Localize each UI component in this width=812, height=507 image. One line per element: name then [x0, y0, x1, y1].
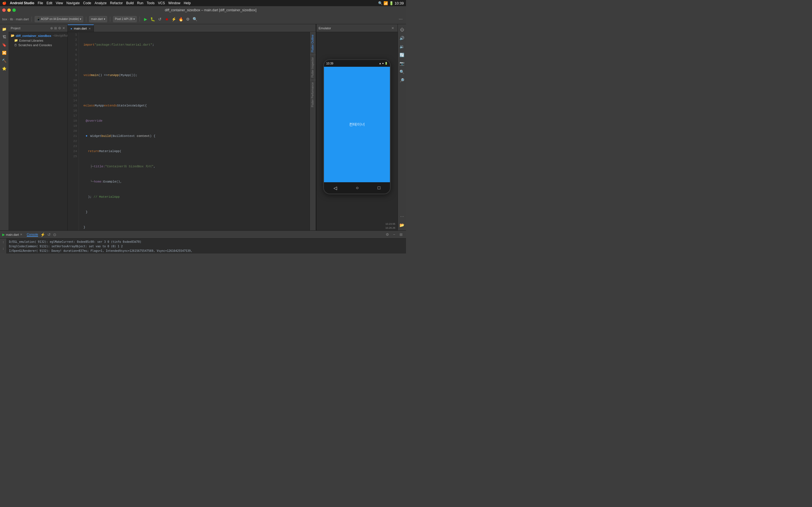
code-line-2 [81, 57, 308, 62]
tab-close-icon[interactable]: ✕ [89, 27, 91, 30]
sidebar-structure-icon[interactable]: 🏗 [1, 33, 8, 41]
device-name: AOSP on IA Emulator (mobile) [41, 17, 79, 20]
emu-zoom-out-btn[interactable]: 🔎 [399, 77, 405, 83]
code-line-13: } [81, 225, 308, 230]
code-line-3: void main() => runApp(MyApp()); [81, 73, 308, 78]
nav-back-btn[interactable]: ◁ [334, 185, 337, 191]
emu-screenshot-btn[interactable]: 📷 [399, 60, 405, 66]
screen-text: 컨테이너 [349, 122, 365, 127]
project-tree: 📂 diff_container_sizedbox ~/dev/git/flut… [8, 32, 67, 230]
tab-main-dart[interactable]: ● main.dart ✕ [68, 24, 94, 32]
close-panel-icon[interactable]: ✕ [62, 26, 65, 30]
system-icons: 🔍 📶 🔋 10:39 [378, 1, 404, 5]
menu-window[interactable]: Window [168, 1, 181, 5]
scroll-up-btn[interactable]: ↑ [1, 240, 6, 245]
sidebar-favorites-icon[interactable]: ⭐ [1, 65, 8, 72]
emulator-title: Emulator [319, 26, 331, 30]
emu-rotate-btn[interactable]: 🔄 [399, 52, 405, 58]
code-editor[interactable]: 12345 678910 1112131415 1617181920 21222… [68, 32, 310, 230]
emu-power-btn[interactable]: ⏻ [399, 26, 405, 33]
code-line-6: @override [81, 118, 308, 123]
device-dropdown-icon: ▾ [80, 17, 81, 20]
code-line-1: import "package:flutter/material.dart"; [81, 42, 308, 47]
console-line-3: I/OpenGLRenderer( 9132): Davey! duration… [9, 249, 404, 253]
settings-button[interactable]: ⚙ [185, 16, 191, 22]
fullscreen-button[interactable] [12, 8, 16, 12]
menu-vcs[interactable]: VCS [158, 1, 165, 5]
menu-analyze[interactable]: Analyze [95, 1, 107, 5]
file-selector[interactable]: main.dart ▾ [89, 16, 107, 22]
breadcrumb-file: main.dart [16, 17, 29, 21]
flutter-inspector-tab[interactable]: Flutter Inspector [310, 55, 316, 80]
menu-view[interactable]: View [56, 1, 63, 5]
to-text: to [102, 245, 106, 248]
sidebar-git-icon[interactable]: 🔀 [1, 49, 8, 56]
sync-icon[interactable]: ⊕ [50, 26, 53, 30]
apple-menu[interactable]: 🍎 [2, 1, 6, 5]
device-phone: 10:39 ▲ ● 🔋 컨테이너 ◁ ○ □ [323, 59, 391, 194]
nav-recents-btn[interactable]: □ [378, 185, 380, 190]
run-close-icon[interactable]: ✕ [20, 233, 22, 236]
sidebar-bookmarks-icon[interactable]: 🔖 [1, 41, 8, 48]
stop-button[interactable]: ■ [164, 16, 170, 22]
settings-btn[interactable]: ⚙ [385, 232, 390, 237]
phone-nav-bar: ◁ ○ □ [324, 182, 390, 193]
emu-zoom-in-btn[interactable]: 🔍 [399, 69, 405, 75]
settings-icon[interactable]: ⚙ [58, 26, 61, 30]
menu-refactor[interactable]: Refactor [110, 1, 123, 5]
menu-build[interactable]: Build [126, 1, 134, 5]
menu-tools[interactable]: Tools [147, 1, 154, 5]
run-tab[interactable]: ▶ main.dart ✕ [2, 233, 22, 237]
window-title: diff_container_sizedbox – main.dart [dif… [17, 8, 404, 12]
menu-code[interactable]: Code [83, 1, 91, 5]
emu-device-file-btn[interactable]: 📂 [399, 222, 405, 228]
nav-home-btn[interactable]: ○ [356, 185, 359, 190]
filter-btn[interactable]: ⊟ [1, 252, 6, 253]
expand-icon[interactable]: ⊞ [54, 26, 57, 30]
run-button[interactable]: ▶ [143, 16, 149, 22]
scroll-down-btn[interactable]: ↓ [1, 246, 6, 251]
debug-button[interactable]: 🐛 [150, 16, 156, 22]
console-tab-lightning[interactable]: ⚡ [40, 232, 45, 237]
phone-screen: 컨테이너 [324, 67, 390, 182]
device-selector[interactable]: 📱 AOSP on IA Emulator (mobile) ▾ [35, 16, 83, 22]
flutter-outline-tab[interactable]: Flutter Outline [310, 32, 316, 55]
menu-navigate[interactable]: Navigate [66, 1, 80, 5]
more-button[interactable]: ⋯ [398, 16, 404, 22]
flutter-performance-tab[interactable]: Flutter Performance [310, 80, 316, 109]
menu-run[interactable]: Run [137, 1, 143, 5]
line-numbers: 12345 678910 1112131415 1617181920 21222… [68, 32, 79, 230]
timestamp-2: 10.26.26 [319, 226, 395, 229]
console-tab-refresh[interactable]: ↺ [47, 232, 51, 237]
menu-edit[interactable]: Edit [47, 1, 52, 5]
emu-vol-down-btn[interactable]: 🔉 [399, 43, 405, 50]
emu-more-btn[interactable]: ⋯ [399, 214, 405, 220]
refresh-button[interactable]: ↺ [157, 16, 163, 22]
menu-help[interactable]: Help [184, 1, 191, 5]
console-area-wrapper: ↑ ↓ ⊟ ✦ ⚠ 🗑 D/EGL_emulation( 9132): eglM… [0, 238, 406, 253]
minimize-panel-btn[interactable]: − [391, 232, 397, 237]
minimize-button[interactable] [7, 8, 11, 12]
hot-button[interactable]: 🔥 [178, 16, 184, 22]
sidebar-build-icon[interactable]: 🔨 [1, 57, 8, 64]
grid-btn[interactable]: ⊞ [398, 232, 404, 237]
search-button[interactable]: 🔍 [192, 16, 198, 22]
code-content[interactable]: import "package:flutter/material.dart"; … [79, 32, 310, 230]
tree-item-scratches[interactable]: 🗒 Scratches and Consoles [8, 43, 67, 47]
close-emulator-btn[interactable]: ✕ [390, 25, 395, 31]
lightning-button[interactable]: ⚡ [171, 16, 177, 22]
toolbar-separator [32, 17, 32, 22]
traffic-lights[interactable] [2, 8, 16, 12]
tab-icon: ● [70, 27, 72, 30]
run-file-name: main.dart [6, 233, 19, 236]
emulator-controls: ✕ [390, 25, 395, 31]
sidebar-project-icon[interactable]: 📁 [1, 25, 8, 33]
emu-vol-up-btn[interactable]: 🔊 [399, 35, 405, 41]
menu-file[interactable]: File [38, 1, 43, 5]
console-tab-console[interactable]: Console [27, 233, 38, 237]
close-button[interactable] [2, 8, 6, 12]
tree-item-external[interactable]: 📁 External Libraries [8, 38, 67, 43]
console-tab-circle[interactable]: ⊙ [53, 232, 56, 237]
tree-item-root[interactable]: 📂 diff_container_sizedbox ~/dev/git/flut… [8, 33, 67, 38]
pixel-selector[interactable]: Pixel 2 API 28 ▾ [113, 16, 137, 22]
